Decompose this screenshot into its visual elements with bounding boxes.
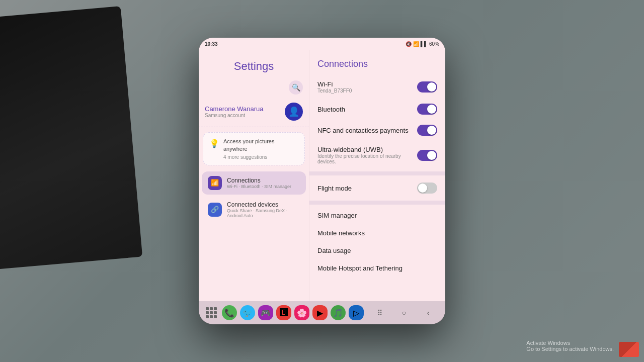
- nfc-toggle-knob: [427, 126, 436, 135]
- connections-nav-sub: Wi-Fi · Bluetooth · SIM manager: [227, 184, 300, 189]
- conn-wifi-title: Wi-Fi: [317, 80, 417, 88]
- connections-nav-text: Connections Wi-Fi · Bluetooth · SIM mana…: [227, 177, 300, 189]
- conn-bt-text: Bluetooth: [317, 106, 417, 113]
- conn-hotspot-text: Mobile Hotspot and Tethering: [317, 264, 437, 272]
- conn-item-nfc[interactable]: NFC and contactless payments: [309, 120, 445, 141]
- connected-devices-nav-icon: 🔗: [208, 203, 222, 217]
- conn-wifi-sub: Tenda_B73FF0: [317, 88, 417, 94]
- status-icons: 🔇 📶 ▌▌ 60%: [406, 41, 439, 47]
- flight-toggle-knob: [418, 184, 427, 193]
- dock-play-icon[interactable]: ▷: [349, 305, 364, 320]
- signal-icon: ▌▌: [421, 41, 428, 47]
- connections-nav-title: Connections: [227, 177, 300, 184]
- conn-nfc-title: NFC and contactless payments: [317, 127, 417, 134]
- nav-item-connected-devices[interactable]: 🔗 Connected devices Quick Share · Samsun…: [202, 197, 306, 223]
- conn-item-bluetooth[interactable]: Bluetooth: [309, 99, 445, 120]
- suggestion-sub: 4 more suggestions: [223, 154, 298, 160]
- dock-phone-icon[interactable]: 📞: [222, 305, 237, 320]
- dock-games-icon[interactable]: 🎮: [258, 305, 273, 320]
- conn-mobile-title: Mobile networks: [317, 229, 437, 237]
- suggestion-card[interactable]: 💡 Access your pictures anywhere 4 more s…: [203, 132, 305, 165]
- dock-grid-visual: [204, 306, 218, 320]
- conn-item-uwb[interactable]: Ultra-wideband (UWB) Identify the precis…: [309, 141, 445, 169]
- windows-activation: Activate Windows Go to Settings to activ…: [526, 340, 614, 352]
- windows-icon: [619, 342, 639, 357]
- conn-mobile-text: Mobile networks: [317, 229, 437, 237]
- conn-flight-title: Flight mode: [317, 185, 417, 192]
- dock-nav: ⠿ ○ ‹: [373, 306, 435, 320]
- conn-uwb-sub: Identify the precise location of nearby …: [317, 153, 417, 164]
- conn-data-text: Data usage: [317, 247, 437, 254]
- conn-sim-text: SIM manager: [317, 212, 437, 219]
- avatar: 👤: [285, 103, 303, 121]
- suggestion-content: Access your pictures anywhere 4 more sug…: [223, 138, 298, 160]
- conn-uwb-text: Ultra-wideband (UWB) Identify the precis…: [317, 146, 417, 164]
- bluetooth-toggle-knob: [427, 105, 436, 114]
- conn-item-data-usage[interactable]: Data usage: [309, 242, 445, 259]
- conn-divider-1: [309, 171, 445, 175]
- win-activate-line2: Go to Settings to activate Windows.: [526, 346, 614, 352]
- conn-item-hotspot[interactable]: Mobile Hotspot and Tethering: [309, 259, 445, 277]
- conn-item-wifi[interactable]: Wi-Fi Tenda_B73FF0: [309, 75, 445, 99]
- connected-devices-nav-text: Connected devices Quick Share · Samsung …: [227, 201, 300, 218]
- win-activate-line1: Activate Windows: [526, 340, 614, 346]
- uwb-toggle-knob: [427, 151, 436, 160]
- phone-content: Settings 🔍 Camerone Wanarua Samsung acco…: [199, 50, 445, 301]
- nav-item-connections[interactable]: 📶 Connections Wi-Fi · Bluetooth · SIM ma…: [202, 171, 306, 195]
- dock-grid-icon[interactable]: [204, 305, 219, 320]
- conn-uwb-title: Ultra-wideband (UWB): [317, 146, 417, 153]
- dock-back-button[interactable]: ‹: [421, 306, 435, 320]
- nfc-toggle[interactable]: [417, 125, 437, 136]
- connected-devices-nav-title: Connected devices: [227, 201, 300, 208]
- search-row: 🔍: [199, 80, 309, 99]
- connections-heading: Connections: [309, 55, 445, 75]
- wifi-status-icon: 📶: [413, 41, 419, 47]
- conn-flight-text: Flight mode: [317, 185, 417, 192]
- user-profile[interactable]: Camerone Wanarua Samsung account 👤: [199, 99, 309, 127]
- dock-red1-icon[interactable]: 🅱: [276, 305, 291, 320]
- dock-youtube-icon[interactable]: ▶: [312, 305, 328, 320]
- search-button[interactable]: 🔍: [289, 80, 303, 95]
- flight-toggle[interactable]: [417, 183, 437, 194]
- conn-hotspot-title: Mobile Hotspot and Tethering: [317, 264, 437, 272]
- right-panel: Connections Wi-Fi Tenda_B73FF0 Bluetooth: [309, 50, 445, 301]
- conn-item-flight[interactable]: Flight mode: [309, 177, 445, 199]
- wifi-toggle-knob: [427, 82, 436, 92]
- suggestion-row: 💡 Access your pictures anywhere 4 more s…: [209, 138, 298, 160]
- dock-spotify-icon[interactable]: 🎵: [331, 305, 346, 320]
- dock-twitter-icon[interactable]: 🐦: [240, 305, 255, 320]
- conn-divider-2: [309, 201, 445, 205]
- conn-data-title: Data usage: [317, 247, 437, 254]
- bluetooth-toggle[interactable]: [417, 104, 437, 115]
- wifi-toggle[interactable]: [417, 81, 437, 93]
- status-bar: 10:33 🔇 📶 ▌▌ 60%: [199, 38, 445, 50]
- status-time: 10:33: [205, 41, 218, 47]
- conn-item-mobile-networks[interactable]: Mobile networks: [309, 224, 445, 242]
- conn-nfc-text: NFC and contactless payments: [317, 127, 417, 134]
- dock-home-button[interactable]: ○: [397, 306, 411, 320]
- battery-text: 60%: [429, 41, 439, 47]
- connections-nav-icon: 📶: [208, 176, 222, 190]
- conn-bt-title: Bluetooth: [317, 106, 417, 113]
- user-name: Camerone Wanarua: [205, 105, 280, 113]
- volume-icon: 🔇: [406, 41, 412, 47]
- dock-flower-icon[interactable]: 🌸: [294, 305, 309, 320]
- uwb-toggle[interactable]: [417, 150, 437, 161]
- suggestion-title: Access your pictures anywhere: [223, 138, 298, 153]
- user-sub: Samsung account: [205, 113, 280, 118]
- conn-item-sim[interactable]: SIM manager: [309, 207, 445, 224]
- conn-wifi-text: Wi-Fi Tenda_B73FF0: [317, 80, 417, 94]
- avatar-icon: 👤: [288, 106, 299, 117]
- suggestion-icon: 💡: [209, 139, 219, 148]
- settings-title: Settings: [199, 50, 309, 80]
- phone-device: 10:33 🔇 📶 ▌▌ 60% Settings 🔍 Camerone Wan…: [199, 38, 445, 324]
- conn-sim-title: SIM manager: [317, 212, 437, 219]
- product-box: Galaxy Z Fold6: [0, 6, 142, 270]
- left-panel: Settings 🔍 Camerone Wanarua Samsung acco…: [199, 50, 309, 301]
- connected-devices-nav-sub: Quick Share · Samsung DeX · Android Auto: [227, 208, 300, 218]
- dock-menu-button[interactable]: ⠿: [373, 306, 387, 320]
- bottom-dock: 📞 🐦 🎮 🅱 🌸 ▶ 🎵 ▷ ⠿ ○ ‹: [199, 301, 445, 324]
- user-info: Camerone Wanarua Samsung account: [205, 105, 280, 118]
